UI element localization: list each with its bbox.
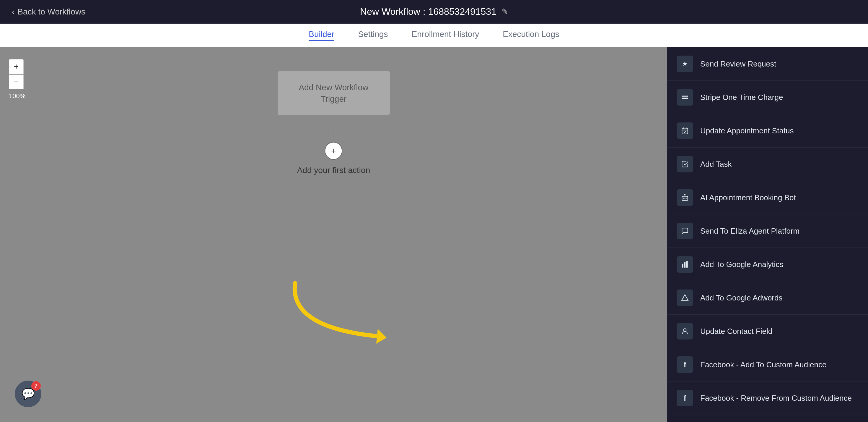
svg-rect-14 [686, 261, 687, 268]
zoom-controls: + − 100% [9, 59, 25, 100]
chat-widget[interactable]: 💬 7 [15, 381, 41, 407]
back-label: Back to Workflows [18, 7, 85, 17]
svg-rect-2 [682, 97, 688, 99]
svg-marker-15 [682, 294, 688, 301]
google-adwords-icon [677, 289, 693, 306]
tabs-bar: Builder Settings Enrollment History Exec… [0, 24, 868, 47]
tab-builder[interactable]: Builder [309, 30, 334, 41]
add-trigger-box[interactable]: Add New WorkflowTrigger [278, 71, 390, 115]
sidebar-item-send-review-request[interactable]: ★ Send Review Request [667, 47, 868, 81]
back-button[interactable]: ‹ Back to Workflows [12, 7, 85, 17]
connector-line [333, 127, 334, 136]
facebook-icon-1: f [677, 356, 693, 373]
sidebar-item-label: Send Review Request [700, 59, 776, 68]
chat-badge: 7 [31, 381, 41, 391]
sidebar-item-add-task[interactable]: Add Task [667, 147, 868, 181]
tab-settings[interactable]: Settings [358, 30, 388, 41]
sidebar-item-label: Facebook - Remove From Custom Audience [700, 394, 852, 403]
sidebar-item-add-to-google-adwords[interactable]: Add To Google Adwords [667, 281, 868, 315]
main-area: + − 100% Add New WorkflowTrigger ＋ Add y… [0, 47, 868, 422]
zoom-out-button[interactable]: − [9, 75, 24, 89]
sidebar-item-stripe-one-time-charge[interactable]: Stripe One Time Charge [667, 81, 868, 114]
back-arrow-icon: ‹ [12, 7, 14, 17]
ai-bot-icon [677, 189, 693, 206]
zoom-in-button[interactable]: + [9, 59, 24, 74]
svg-point-16 [684, 329, 686, 331]
add-action-button[interactable]: ＋ [324, 142, 342, 160]
zoom-level-label: 100% [9, 92, 25, 100]
google-analytics-icon [677, 256, 693, 273]
svg-rect-13 [684, 262, 685, 268]
tab-execution-logs[interactable]: Execution Logs [503, 30, 559, 41]
sidebar-item-facebook-conversion-api[interactable]: f Facebook - Conversion API [667, 415, 868, 422]
task-icon [677, 156, 693, 172]
sidebar-item-send-to-eliza[interactable]: Send To Eliza Agent Platform [667, 215, 868, 248]
trigger-label: Add New WorkflowTrigger [299, 82, 368, 105]
svg-rect-12 [682, 264, 683, 268]
sidebar-item-label: Stripe One Time Charge [700, 93, 783, 102]
sidebar-item-update-appointment-status[interactable]: Update Appointment Status [667, 114, 868, 147]
sidebar-item-add-to-google-analytics[interactable]: Add To Google Analytics [667, 248, 868, 281]
sidebar-item-label: Facebook - Add To Custom Audience [700, 360, 826, 369]
sidebar-item-facebook-add-to-audience[interactable]: f Facebook - Add To Custom Audience [667, 348, 868, 382]
sidebar-item-update-contact-field[interactable]: Update Contact Field [667, 315, 868, 348]
send-review-request-icon: ★ [677, 56, 693, 72]
facebook-icon-2: f [677, 390, 693, 406]
workflow-title: New Workflow : 1688532491531 ✎ [360, 6, 508, 17]
sidebar-item-label: Add To Google Analytics [700, 260, 783, 269]
sidebar-item-label: Update Appointment Status [700, 126, 794, 136]
arrow-annotation [266, 274, 413, 363]
sidebar-item-label: AI Appointment Booking Bot [700, 193, 796, 202]
top-nav: ‹ Back to Workflows New Workflow : 16885… [0, 0, 868, 24]
right-sidebar: ★ Send Review Request Stripe One Time Ch… [667, 47, 868, 422]
stripe-icon [677, 89, 693, 106]
sidebar-item-label: Update Contact Field [700, 327, 772, 336]
sidebar-item-ai-appointment-booking-bot[interactable]: AI Appointment Booking Bot [667, 181, 868, 215]
edit-title-icon[interactable]: ✎ [501, 7, 508, 17]
add-action-label: Add your first action [297, 166, 370, 175]
sidebar-item-label: Send To Eliza Agent Platform [700, 227, 800, 236]
svg-point-8 [685, 194, 685, 195]
sidebar-item-facebook-remove-from-audience[interactable]: f Facebook - Remove From Custom Audience [667, 382, 868, 415]
appointment-icon [677, 122, 693, 139]
sidebar-item-label: Add Task [700, 160, 732, 169]
svg-marker-0 [376, 329, 386, 344]
eliza-icon [677, 223, 693, 239]
contact-field-icon [677, 323, 693, 339]
sidebar-item-label: Add To Google Adwords [700, 293, 782, 303]
svg-rect-1 [682, 96, 688, 97]
chat-icon: 💬 [22, 388, 35, 400]
canvas-area: + − 100% Add New WorkflowTrigger ＋ Add y… [0, 47, 667, 422]
svg-rect-3 [682, 128, 688, 134]
tab-enrollment-history[interactable]: Enrollment History [412, 30, 479, 41]
add-action-container: ＋ Add your first action [297, 127, 370, 175]
